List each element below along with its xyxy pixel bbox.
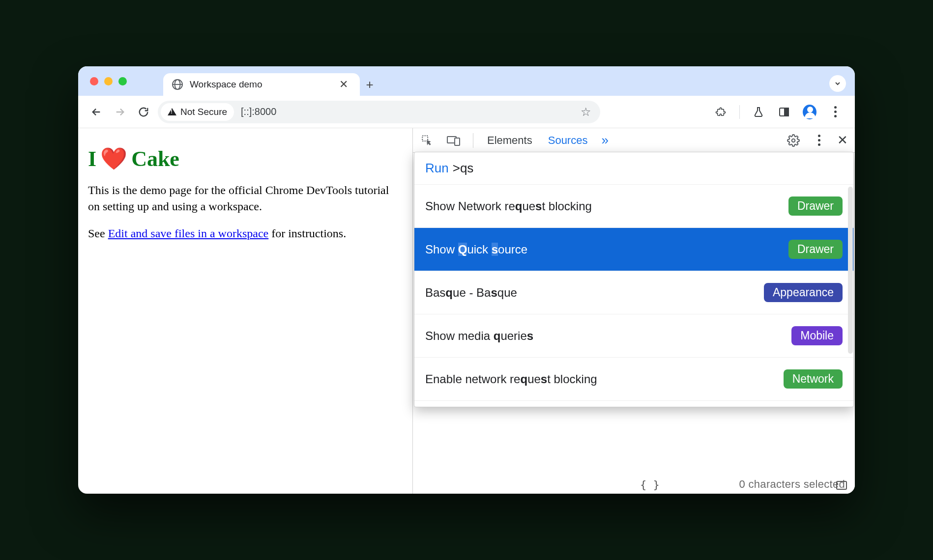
- profile-avatar[interactable]: [803, 105, 816, 119]
- titlebar: Workspace demo ✕ +: [78, 66, 855, 96]
- scrollbar[interactable]: [848, 187, 853, 354]
- window-controls: [90, 77, 127, 85]
- tab-elements[interactable]: Elements: [485, 134, 534, 147]
- forward-button[interactable]: [111, 103, 129, 121]
- maximize-window-icon[interactable]: [118, 77, 127, 85]
- page-paragraph: This is the demo page for the official C…: [88, 182, 403, 215]
- command-item[interactable]: Show Quick sourceDrawer: [414, 228, 853, 271]
- command-item[interactable]: Enable network request blockingNetwork: [414, 358, 853, 401]
- browser-tab[interactable]: Workspace demo ✕: [163, 73, 360, 96]
- command-badge: Drawer: [788, 196, 843, 216]
- text: for instructions.: [268, 227, 346, 240]
- devtools-toolbar: Elements Sources » ✕: [413, 128, 855, 153]
- tab-sources[interactable]: Sources: [546, 134, 590, 147]
- bookmark-icon[interactable]: ☆: [581, 105, 597, 119]
- heading-text-post: Cake: [131, 146, 179, 171]
- command-label: Basque - Basque: [425, 286, 517, 300]
- command-badge: Mobile: [791, 326, 843, 345]
- command-badge: Drawer: [788, 240, 843, 259]
- page-paragraph: See Edit and save files in a workspace f…: [88, 225, 403, 242]
- back-button[interactable]: [87, 103, 106, 121]
- command-item[interactable]: Basque - BasqueAppearance: [414, 271, 853, 314]
- command-label: Enable network request blocking: [425, 372, 597, 386]
- command-badge: Appearance: [764, 283, 843, 302]
- prompt-prefix: >: [453, 161, 460, 176]
- separator: [473, 133, 473, 148]
- command-label: Show Quick source: [425, 243, 527, 256]
- page-heading: I ❤️ Cake: [88, 146, 403, 171]
- brackets-icon: { }: [640, 478, 660, 491]
- security-chip[interactable]: Not Secure: [161, 103, 234, 121]
- command-list: Show Network request blockingDrawerShow …: [414, 185, 853, 407]
- url-text: [::]:8000: [241, 106, 276, 117]
- device-toggle-icon[interactable]: [446, 133, 461, 148]
- command-item[interactable]: Show Network request blockingDrawer: [414, 185, 853, 228]
- side-panel-icon[interactable]: [777, 105, 791, 119]
- command-label: Show media queries: [425, 329, 533, 343]
- toolbar: Not Secure [::]:8000 ☆: [78, 96, 855, 128]
- devtools-menu-button[interactable]: [812, 133, 826, 148]
- inspect-icon[interactable]: [420, 133, 435, 148]
- address-bar[interactable]: Not Secure [::]:8000 ☆: [158, 101, 600, 123]
- devtools-panel: Elements Sources » ✕ Run >qs Show Networ…: [412, 128, 855, 494]
- command-badge: Network: [784, 369, 843, 389]
- page-viewport: I ❤️ Cake This is the demo page for the …: [78, 128, 412, 494]
- security-label: Not Secure: [180, 107, 227, 117]
- content-area: I ❤️ Cake This is the demo page for the …: [78, 128, 855, 494]
- separator: [739, 105, 740, 119]
- more-tabs-icon[interactable]: »: [601, 133, 608, 148]
- extensions-icon[interactable]: [714, 105, 728, 119]
- heart-icon: ❤️: [100, 146, 127, 171]
- command-query: qs: [460, 161, 473, 176]
- close-window-icon[interactable]: [90, 77, 98, 85]
- menu-button[interactable]: [828, 105, 842, 119]
- command-item[interactable]: Enable override network requestsPersiste…: [414, 401, 853, 407]
- workspace-link[interactable]: Edit and save files in a workspace: [108, 227, 269, 240]
- labs-icon[interactable]: [752, 105, 765, 119]
- globe-icon: [172, 79, 183, 90]
- coverage-icon[interactable]: [836, 481, 847, 490]
- settings-icon[interactable]: [786, 133, 801, 148]
- run-label: Run: [425, 161, 449, 176]
- svg-point-7: [792, 139, 795, 142]
- new-tab-button[interactable]: +: [360, 73, 379, 96]
- command-menu: Run >qs Show Network request blockingDra…: [414, 152, 854, 407]
- close-devtools-icon[interactable]: ✕: [837, 133, 848, 148]
- svg-rect-3: [785, 108, 788, 116]
- text: See: [88, 227, 108, 240]
- tabs-dropdown-button[interactable]: [829, 75, 846, 92]
- reload-button[interactable]: [134, 103, 153, 121]
- toolbar-icons: [714, 105, 846, 119]
- warning-icon: [168, 108, 176, 115]
- close-tab-icon[interactable]: ✕: [339, 78, 348, 91]
- command-item[interactable]: Show media queriesMobile: [414, 314, 853, 358]
- status-text: 0 characters selected: [739, 478, 845, 491]
- command-input-row[interactable]: Run >qs: [414, 152, 853, 185]
- browser-window: Workspace demo ✕ + Not Secure [::]:8000 …: [78, 66, 855, 494]
- command-label: Show Network request blocking: [425, 199, 592, 213]
- heading-text-pre: I: [88, 146, 96, 171]
- minimize-window-icon[interactable]: [104, 77, 113, 85]
- svg-rect-6: [455, 138, 460, 145]
- tab-title: Workspace demo: [190, 79, 262, 90]
